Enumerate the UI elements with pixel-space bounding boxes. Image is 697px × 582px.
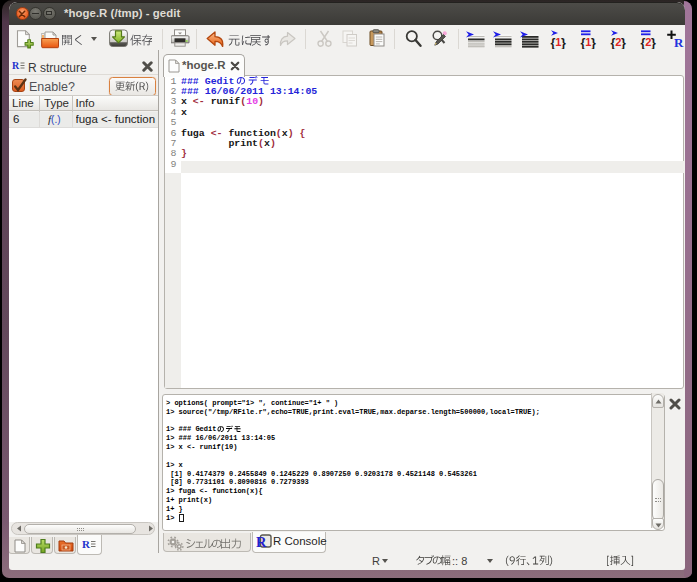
svg-text:}: } (651, 36, 656, 50)
svg-text:}: } (621, 36, 626, 50)
svg-text:}: } (561, 36, 566, 50)
svg-text:R: R (256, 534, 267, 549)
svg-text:R: R (674, 34, 684, 49)
svg-text:R: R (12, 60, 20, 71)
svg-text:R: R (82, 538, 91, 550)
svg-text:}: } (591, 36, 596, 50)
